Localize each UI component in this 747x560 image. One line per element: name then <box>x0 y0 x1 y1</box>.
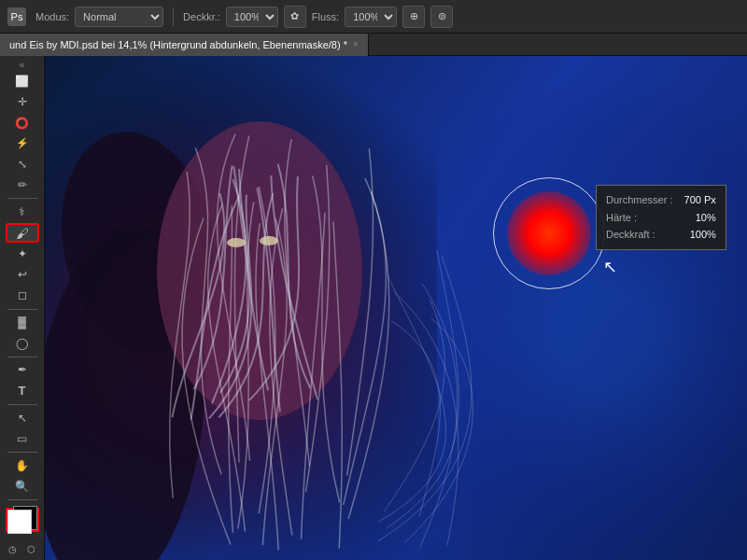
crop-tool[interactable]: ⤡ <box>6 155 39 174</box>
tab-close-button[interactable]: × <box>353 39 359 49</box>
app-icon: Ps <box>7 7 26 26</box>
eyedropper-tool[interactable]: ✏ <box>6 175 39 194</box>
tablet-opacity-icon[interactable]: ⊚ <box>430 6 453 28</box>
tool-separator-1 <box>7 198 37 199</box>
document-tab[interactable]: und Eis by MDI.psd bei 14,1% (Hintergrun… <box>0 34 369 56</box>
tablet-pressure-icon[interactable]: ⊕ <box>402 6 425 28</box>
shape-tool[interactable]: ▭ <box>6 429 39 448</box>
canvas-area[interactable]: ↖ Durchmesser : 700 Px Härte : 10% Deckk… <box>45 56 747 560</box>
zoom-tool[interactable]: 🔍 <box>6 477 39 496</box>
tool-separator-3 <box>7 357 37 357</box>
tool-separator-2 <box>7 309 37 310</box>
artwork-canvas <box>45 56 747 560</box>
path-selection-tool[interactable]: ↖ <box>6 408 39 427</box>
dodge-tool[interactable]: ◯ <box>6 333 39 352</box>
quick-mask-mode[interactable]: ◷ <box>6 541 21 556</box>
tool-separator-4 <box>7 404 37 405</box>
panel-scroll-up[interactable]: « <box>6 60 39 70</box>
modus-select[interactable]: Normal Multiplizieren Abblenden <box>75 7 163 27</box>
lasso-tool[interactable]: ⭕ <box>6 113 39 132</box>
screen-mode[interactable]: ⬡ <box>24 541 39 556</box>
color-swatches[interactable] <box>6 508 39 532</box>
fluss-select[interactable]: 100% 75% 50% <box>345 7 397 27</box>
tab-title: und Eis by MDI.psd bei 14,1% (Hintergrun… <box>9 39 347 50</box>
clone-stamp-tool[interactable]: ✦ <box>6 245 39 263</box>
hand-tool[interactable]: ✋ <box>6 456 39 475</box>
foreground-color-swatch[interactable] <box>7 510 32 534</box>
tool-separator-5 <box>7 452 37 453</box>
rectangular-marquee-tool[interactable]: ⬜ <box>6 72 39 91</box>
main-area: « ⬜ ✛ ⭕ ⚡ ⤡ ✏ ⚕ 🖌 ✦ ↩ <box>0 56 747 560</box>
separator-1 <box>173 7 174 26</box>
tool-panel: « ⬜ ✛ ⭕ ⚡ ⤡ ✏ ⚕ 🖌 ✦ ↩ <box>0 56 45 560</box>
eraser-tool[interactable]: ◻ <box>6 286 39 304</box>
tool-separator-6 <box>7 499 37 500</box>
pen-tool[interactable]: ✒ <box>6 360 39 379</box>
quick-selection-tool[interactable]: ⚡ <box>6 134 39 153</box>
deckkraft-select[interactable]: 100% 75% 50% <box>226 7 278 27</box>
fluss-label: Fluss: <box>312 11 339 22</box>
move-tool[interactable]: ✛ <box>6 92 39 111</box>
brush-tool[interactable]: 🖌 <box>6 223 39 243</box>
modus-label: Modus: <box>35 11 69 22</box>
history-brush-tool[interactable]: ↩ <box>6 265 39 284</box>
healing-brush-tool[interactable]: ⚕ <box>6 203 39 221</box>
tab-bar: und Eis by MDI.psd bei 14,1% (Hintergrun… <box>0 34 747 56</box>
gradient-tool[interactable]: ▓ <box>6 313 39 331</box>
deckkraft-label: Deckkr.: <box>183 11 220 22</box>
text-tool[interactable]: T <box>6 382 39 400</box>
airbrush-toggle[interactable]: ✿ <box>284 6 306 28</box>
top-toolbar: Ps Modus: Normal Multiplizieren Abblende… <box>0 0 747 34</box>
